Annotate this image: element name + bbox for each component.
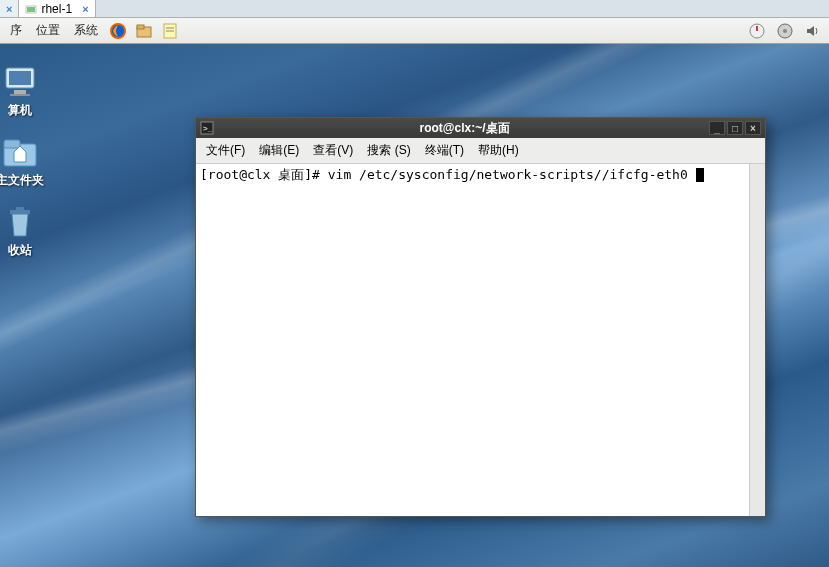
desktop[interactable]: 算机 主文件夹 收站 >_ root@clx:~/桌面 _ □ × 文件(F) … [0, 44, 829, 567]
menu-help[interactable]: 帮助(H) [472, 140, 525, 161]
vm-tab-blank[interactable]: × [0, 0, 19, 17]
volume-icon[interactable] [803, 21, 823, 41]
desktop-icon-label: 算机 [0, 102, 50, 119]
svg-rect-15 [14, 90, 26, 94]
desktop-icon-label: 收站 [0, 242, 50, 259]
terminal-window: >_ root@clx:~/桌面 _ □ × 文件(F) 编辑(E) 查看(V)… [195, 117, 766, 517]
svg-rect-19 [10, 210, 30, 214]
panel-left: 序 位置 系统 [4, 20, 182, 41]
gnome-panel: 序 位置 系统 [0, 18, 829, 44]
desktop-icon-computer[interactable]: 算机 [0, 64, 50, 119]
panel-menu-system[interactable]: 系统 [68, 20, 104, 41]
trash-icon [0, 204, 40, 240]
svg-rect-18 [4, 140, 20, 148]
home-folder-icon [0, 134, 40, 170]
terminal-icon: >_ [200, 121, 214, 135]
svg-text:>_: >_ [203, 124, 213, 133]
terminal-menubar: 文件(F) 编辑(E) 查看(V) 搜索 (S) 终端(T) 帮助(H) [196, 138, 765, 164]
close-icon[interactable]: × [82, 3, 88, 15]
menu-file[interactable]: 文件(F) [200, 140, 251, 161]
terminal-body: [root@clx 桌面]# vim /etc/sysconfig/networ… [196, 164, 765, 516]
terminal-title: root@clx:~/桌面 [220, 120, 709, 137]
svg-rect-16 [10, 94, 30, 96]
terminal-titlebar[interactable]: >_ root@clx:~/桌面 _ □ × [196, 118, 765, 138]
svg-rect-1 [27, 7, 35, 12]
panel-right [745, 21, 825, 41]
menu-search[interactable]: 搜索 (S) [361, 140, 416, 161]
disk-icon[interactable] [775, 21, 795, 41]
terminal-prompt-text: [root@clx 桌面]# vim /etc/sysconfig/networ… [200, 167, 696, 182]
cursor-icon [696, 168, 704, 182]
svg-rect-14 [9, 71, 31, 85]
menu-edit[interactable]: 编辑(E) [253, 140, 305, 161]
close-button[interactable]: × [745, 121, 761, 135]
vm-tab-bar: × rhel-1 × [0, 0, 829, 18]
vm-tab-rhel1[interactable]: rhel-1 × [19, 0, 95, 17]
minimize-button[interactable]: _ [709, 121, 725, 135]
window-controls: _ □ × [709, 121, 761, 135]
firefox-icon[interactable] [108, 21, 128, 41]
panel-menu-places[interactable]: 位置 [30, 20, 66, 41]
menu-terminal[interactable]: 终端(T) [419, 140, 470, 161]
terminal-content[interactable]: [root@clx 桌面]# vim /etc/sysconfig/networ… [196, 164, 749, 516]
vm-icon [25, 4, 37, 14]
desktop-icon-home[interactable]: 主文件夹 [0, 134, 50, 189]
notes-icon[interactable] [160, 21, 180, 41]
scrollbar[interactable] [749, 164, 765, 516]
desktop-icon-trash[interactable]: 收站 [0, 204, 50, 259]
maximize-button[interactable]: □ [727, 121, 743, 135]
close-icon[interactable]: × [6, 3, 12, 15]
svg-point-12 [783, 29, 787, 33]
file-manager-icon[interactable] [134, 21, 154, 41]
menu-view[interactable]: 查看(V) [307, 140, 359, 161]
panel-menu-applications[interactable]: 序 [4, 20, 28, 41]
cpu-meter-icon[interactable] [747, 21, 767, 41]
svg-rect-5 [137, 25, 144, 29]
svg-rect-20 [16, 207, 24, 210]
computer-icon [0, 64, 40, 100]
vm-tab-label: rhel-1 [41, 2, 72, 16]
desktop-icon-label: 主文件夹 [0, 172, 50, 189]
